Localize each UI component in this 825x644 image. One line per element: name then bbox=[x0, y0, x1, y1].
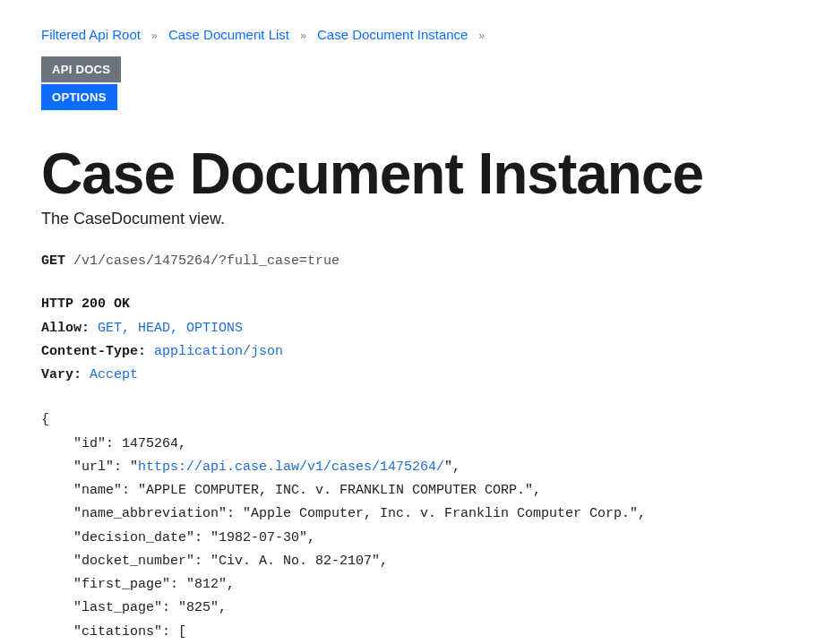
json-abbr: "name_abbreviation": "Apple Computer, In… bbox=[41, 506, 646, 521]
breadcrumb: Filtered Api Root » Case Document List »… bbox=[41, 0, 784, 56]
json-url-link[interactable]: https://api.case.law/v1/cases/1475264/ bbox=[138, 459, 444, 475]
options-button[interactable]: OPTIONS bbox=[41, 84, 117, 110]
json-body: { "id": 1475264, "url": "https://api.cas… bbox=[41, 408, 784, 644]
vary-value: Accept bbox=[90, 367, 138, 382]
ctype-label: Content-Type: bbox=[41, 344, 146, 359]
response-headers: HTTP 200 OK Allow: GET, HEAD, OPTIONS Co… bbox=[41, 293, 784, 387]
breadcrumb-sep: » bbox=[293, 30, 314, 42]
json-open: { bbox=[41, 412, 49, 427]
vary-label: Vary: bbox=[41, 367, 82, 382]
breadcrumb-sep: » bbox=[144, 30, 165, 42]
breadcrumb-list[interactable]: Case Document List bbox=[168, 27, 289, 42]
page-subtitle: The CaseDocument view. bbox=[41, 210, 784, 228]
breadcrumb-instance[interactable]: Case Document Instance bbox=[317, 27, 468, 42]
json-url-post: ", bbox=[444, 459, 460, 475]
ctype-value: application/json bbox=[154, 344, 283, 359]
allow-value: GET, HEAD, OPTIONS bbox=[98, 321, 243, 336]
json-url-pre: "url": " bbox=[41, 459, 138, 475]
request-path: /v1/cases/1475264/?full_case=true bbox=[73, 253, 339, 269]
json-date: "decision_date": "1982-07-30", bbox=[41, 530, 315, 545]
request-method: GET bbox=[41, 253, 65, 269]
page-title: Case Document Instance bbox=[41, 144, 784, 204]
json-first: "first_page": "812", bbox=[41, 577, 235, 592]
action-buttons: API DOCS OPTIONS bbox=[41, 56, 784, 110]
json-last: "last_page": "825", bbox=[41, 600, 227, 615]
api-docs-button[interactable]: API DOCS bbox=[41, 56, 121, 82]
allow-label: Allow: bbox=[41, 321, 90, 336]
status-line: HTTP 200 OK bbox=[41, 296, 130, 312]
breadcrumb-sep: » bbox=[472, 30, 493, 42]
request-line: GET /v1/cases/1475264/?full_case=true bbox=[41, 250, 784, 273]
json-name: "name": "APPLE COMPUTER, INC. v. FRANKLI… bbox=[41, 483, 541, 498]
breadcrumb-root[interactable]: Filtered Api Root bbox=[41, 27, 141, 42]
json-citations: "citations": [ bbox=[41, 624, 186, 640]
json-id: "id": 1475264, bbox=[41, 436, 186, 451]
json-docket: "docket_number": "Civ. A. No. 82-2107", bbox=[41, 554, 388, 569]
